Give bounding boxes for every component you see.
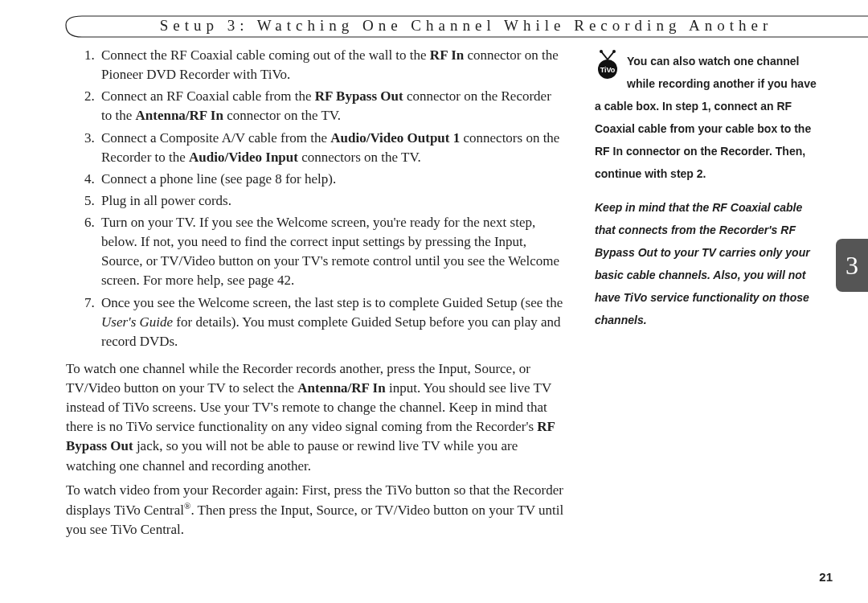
setup-steps: Connect the RF Coaxial cable coming out … <box>66 46 564 351</box>
main-body: Connect the RF Coaxial cable coming out … <box>66 46 564 544</box>
body-paragraph-1: To watch one channel while the Recorder … <box>66 359 564 476</box>
step-5: Plug in all power cords. <box>98 191 564 211</box>
step-1: Connect the RF Coaxial cable coming out … <box>98 46 564 84</box>
tivo-icon: TiVo <box>595 50 620 82</box>
sidebar-note: TiVo You can also watch one channel whil… <box>595 50 818 331</box>
step-6: Turn on your TV. If you see the Welcome … <box>98 213 564 291</box>
svg-point-4 <box>600 50 603 53</box>
sidebar-text-2: Keep in mind that the RF Coaxial cable t… <box>595 196 818 331</box>
page-header: Setup 3: Watching One Channel While Reco… <box>64 15 868 38</box>
svg-text:TiVo: TiVo <box>600 66 616 74</box>
sidebar-text-1: You can also watch one channel while rec… <box>595 55 817 180</box>
page-number: 21 <box>819 570 833 584</box>
step-4: Connect a phone line (see page 8 for hel… <box>98 170 564 189</box>
step-3: Connect a Composite A/V cable from the A… <box>98 129 564 167</box>
page-title: Setup 3: Watching One Channel While Reco… <box>64 17 868 35</box>
step-7: Once you see the Welcome screen, the las… <box>98 293 564 351</box>
step-2: Connect an RF Coaxial cable from the RF … <box>98 87 564 125</box>
chapter-tab: 3 <box>836 239 868 292</box>
body-paragraph-2: To watch video from your Recorder again:… <box>66 481 564 539</box>
svg-point-5 <box>612 50 616 53</box>
